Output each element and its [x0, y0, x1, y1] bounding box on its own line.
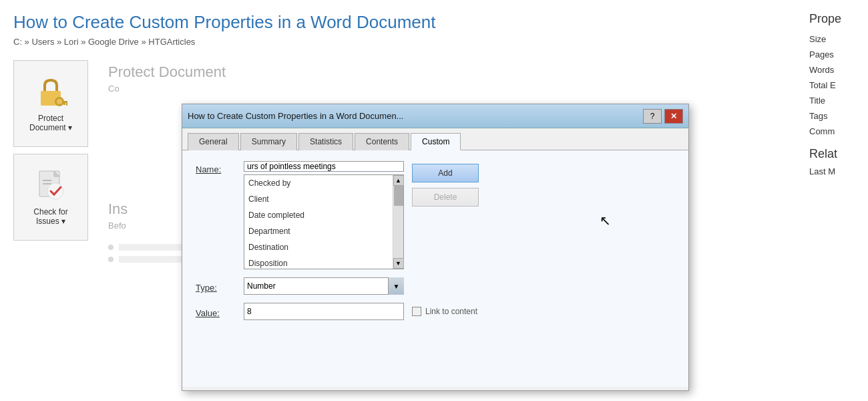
list-items: Checked by Client Date completed Departm…	[244, 175, 403, 269]
list-scrollbar[interactable]: ▲ ▼	[393, 175, 403, 269]
list-item[interactable]: Date completed	[244, 207, 403, 223]
action-buttons: Add Delete	[412, 161, 479, 207]
tags-label: Tags	[809, 111, 860, 121]
size-label: Size	[809, 34, 860, 44]
add-button[interactable]: Add	[412, 164, 479, 182]
value-row: Value: Link to content	[196, 303, 675, 320]
list-item[interactable]: Disposition	[244, 255, 403, 269]
svg-rect-5	[66, 103, 67, 106]
delete-button[interactable]: Delete	[412, 188, 479, 207]
scroll-track	[394, 186, 403, 258]
scroll-up[interactable]: ▲	[393, 175, 404, 186]
type-row: Type: Number Text Date Yes or No ▼	[196, 277, 675, 295]
page-title: How to Create Custom Properties in a Wor…	[13, 12, 855, 33]
right-panel: Prope Size Pages Words Total E Title Tag…	[801, 0, 868, 401]
name-label: Name:	[196, 161, 236, 174]
words-label: Words	[809, 65, 860, 75]
tab-custom[interactable]: Custom	[411, 133, 461, 150]
list-item[interactable]: Department	[244, 223, 403, 239]
dialog-title-buttons: ? ✕	[643, 109, 683, 124]
check-issues-button[interactable]: Check for Issues ▾	[13, 154, 88, 241]
check-issues-label: Check for Issues ▾	[33, 207, 67, 226]
link-to-content-checkbox[interactable]	[412, 307, 421, 316]
scroll-down[interactable]: ▼	[393, 258, 404, 269]
section1-heading: Protect Document	[108, 63, 239, 81]
list-item[interactable]: Client	[244, 191, 403, 207]
list-item[interactable]: Checked by	[244, 175, 403, 191]
close-button[interactable]: ✕	[664, 109, 683, 124]
tab-statistics[interactable]: Statistics	[298, 133, 353, 150]
related-label: Relat	[809, 147, 860, 161]
type-label: Type:	[196, 279, 236, 293]
pages-label: Pages	[809, 49, 860, 59]
comments-label: Comm	[809, 126, 860, 136]
lock-icon	[34, 75, 67, 108]
dialog-titlebar: How to Create Custom Properties in a Wor…	[182, 104, 688, 128]
title-label: Title	[809, 96, 860, 106]
scroll-thumb[interactable]	[394, 186, 403, 206]
total-label: Total E	[809, 80, 860, 90]
name-input[interactable]	[244, 161, 404, 172]
value-label: Value:	[196, 305, 236, 318]
help-button[interactable]: ?	[643, 109, 662, 124]
type-select[interactable]: Number Text Date Yes or No	[244, 277, 404, 295]
svg-rect-6	[63, 103, 65, 105]
section1-sub: Co	[108, 84, 239, 94]
breadcrumb: C: » Users » Lori » Google Drive » HTGAr…	[13, 37, 855, 47]
link-to-content-wrapper: Link to content	[412, 307, 477, 316]
tab-contents[interactable]: Contents	[355, 133, 409, 150]
protect-document-label: Protect Document ▾	[29, 114, 72, 132]
tab-general[interactable]: General	[188, 133, 239, 150]
type-select-wrapper: Number Text Date Yes or No ▼	[244, 277, 404, 295]
link-to-content-label: Link to content	[425, 307, 477, 316]
tab-summary[interactable]: Summary	[240, 133, 297, 150]
dialog-tabs: General Summary Statistics Contents Cust…	[182, 128, 688, 150]
last-label: Last M	[809, 166, 860, 176]
svg-rect-4	[63, 101, 67, 103]
properties-title: Prope	[809, 12, 860, 26]
value-input[interactable]	[244, 303, 404, 320]
name-row: Name: Checked by Client Date completed D…	[196, 161, 675, 269]
dialog-title: How to Create Custom Properties in a Wor…	[188, 111, 643, 121]
dialog-body: Name: Checked by Client Date completed D…	[182, 150, 688, 387]
list-item[interactable]: Destination	[244, 239, 403, 255]
name-list[interactable]: Checked by Client Date completed Departm…	[244, 174, 404, 269]
svg-point-3	[57, 99, 62, 104]
properties-dialog: How to Create Custom Properties in a Wor…	[182, 104, 689, 391]
check-issues-icon	[34, 168, 67, 202]
protect-document-button[interactable]: Protect Document ▾	[13, 60, 88, 147]
select-arrow-icon[interactable]: ▼	[388, 277, 404, 295]
